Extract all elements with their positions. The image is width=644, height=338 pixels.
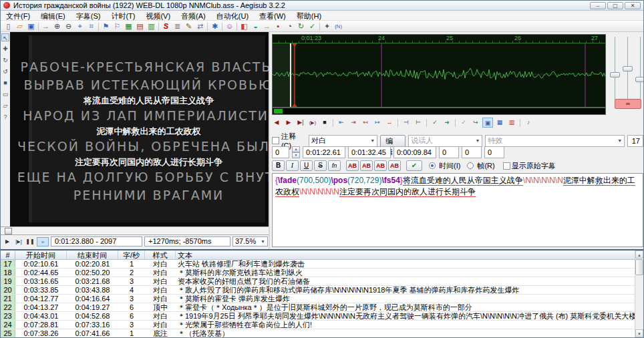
italic-button[interactable]: I [286, 160, 299, 171]
subtitle-row[interactable]: 22 0:04:13.27 0:04:19.27 6 顶中 ＊霍登卡（＊Ходы… [1, 303, 643, 312]
sort-lines-icon[interactable]: ↻ [295, 21, 307, 31]
auto-next-icon[interactable]: ↪ [470, 118, 481, 128]
horizontal-zoom-handle[interactable] [610, 72, 620, 77]
resample-resolution-icon[interactable]: ◧ [238, 21, 250, 31]
shift-start-fwd-icon[interactable]: ⇥ [348, 118, 359, 128]
timing-post-processor-icon[interactable]: → [261, 21, 273, 31]
styling-assistant-icon[interactable]: ✎ [183, 21, 194, 31]
automation-icon[interactable]: ✱ [209, 21, 220, 31]
vertical-zoom-slider[interactable] [627, 37, 628, 107]
help-icon[interactable]: ? [1, 113, 9, 121]
vertical-link-icon[interactable]: ▥ [506, 118, 517, 128]
about-icon[interactable]: ☺ [224, 21, 235, 31]
effect-select[interactable]: 特效▼ [485, 135, 625, 147]
rotate-xy-tool-icon[interactable]: ↺ [1, 67, 9, 75]
scale-tool-icon[interactable]: ■ [1, 79, 9, 87]
clip-rect-tool-icon[interactable]: ▭ [1, 90, 9, 98]
minimize-button[interactable]: – [590, 2, 606, 9]
header-text[interactable]: 文本 [176, 250, 643, 259]
vertical-zoom-handle[interactable] [623, 66, 633, 71]
properties-icon[interactable]: ≣ [172, 21, 183, 31]
auto-commit-icon[interactable]: ✓ [458, 118, 469, 128]
separator[interactable] [518, 118, 522, 128]
menu-item[interactable]: 编辑(E) [35, 11, 71, 21]
menu-item[interactable]: 自动化(U) [211, 11, 254, 21]
subtitle-row[interactable]: 17 0:02:10.61 0:02:20.81 1 对白 火车站 铁路修理厂和… [1, 260, 643, 269]
shift-end-fwd-icon[interactable]: ↦ [372, 118, 383, 128]
time-radio[interactable] [429, 162, 436, 169]
menu-item[interactable]: 查看(W) [254, 11, 291, 21]
spell-checker-icon[interactable]: S [160, 21, 172, 31]
video-autoseek-toggle[interactable]: » [37, 237, 49, 246]
snap-start-icon[interactable]: ⊣ [401, 118, 412, 128]
audio-waveform[interactable] [273, 43, 605, 107]
menu-item[interactable]: 计时(T) [106, 11, 140, 21]
subtitle-row[interactable]: 23 0:04:43.01 0:04:52.68 6 对白 ＊1919年9月25… [1, 312, 643, 321]
kanji-timer-icon[interactable]: ◒ [250, 21, 261, 31]
frame-radio[interactable] [467, 162, 474, 169]
menu-item[interactable]: 文件(F) [1, 11, 35, 21]
fonts-collector-icon[interactable]: ▥ [146, 21, 157, 31]
video-seek-bar[interactable] [1, 226, 269, 235]
audio-scrollbar[interactable] [272, 108, 606, 115]
subtitle-row[interactable]: 24 0:07:28.81 0:07:33.16 3 对白 ＊光荣属于那些牺牲在… [1, 321, 643, 329]
menu-item[interactable]: 音频(A) [176, 11, 211, 21]
select-lines-icon[interactable]: ⚐ [112, 21, 123, 31]
separator[interactable] [331, 118, 335, 128]
play-after-icon[interactable]: ▶ [283, 118, 294, 128]
snap-icon[interactable]: ▪ [273, 21, 284, 31]
actor-select[interactable]: 说话人▼ [408, 135, 482, 147]
header-start[interactable]: 开始时间 [15, 250, 67, 259]
start-time-input[interactable]: 0:01:22.61 [303, 146, 345, 158]
audio-waveform-display[interactable]: 0:01:2324252627 [272, 34, 606, 108]
grid-scrollbar-thumb[interactable] [635, 259, 643, 275]
snap-end-icon[interactable]: ⊢ [413, 118, 424, 128]
play-before-icon[interactable]: ◀ [271, 118, 282, 128]
zoom-out-icon[interactable]: ⊖ [63, 21, 74, 31]
video-zoom-select[interactable]: 37.5% ▼ [232, 236, 268, 246]
primary-color-button[interactable]: AB [346, 160, 359, 171]
video-pause-button[interactable]: ❚❚ [25, 237, 35, 246]
end-time-input[interactable]: 0:01:32.45 [348, 146, 391, 158]
strikeout-button[interactable]: S [314, 160, 327, 171]
menu-item[interactable]: 视频(V) [140, 11, 176, 21]
subtitle-row[interactable]: 18 0:02:44.65 0:02:50.20 2 对白 ＊莫斯科的库尔斯克铁… [1, 269, 643, 277]
video-seek-handle[interactable] [5, 228, 12, 234]
margin-vertical-input[interactable]: 0 [484, 146, 504, 158]
layer-spinner[interactable]: ▲▼ [292, 146, 300, 158]
menu-item[interactable]: 字幕(S) [71, 11, 106, 21]
grid-scrollbar[interactable]: ▲ ▼ [635, 250, 643, 337]
video-display[interactable]: РАБОЧЕ-КРЕСТЬЯНСКАЯ ВЛАСТЬ,ВЫРВАВ ИСТЕКА… [10, 32, 269, 226]
shift-both-icon[interactable]: ↔ [384, 118, 395, 128]
header-style[interactable]: 样式 [145, 250, 176, 259]
separator[interactable] [396, 118, 399, 128]
volume-handle[interactable] [635, 77, 644, 82]
header-number[interactable]: # [1, 250, 15, 259]
close-button[interactable]: ✕ [625, 2, 641, 9]
zoom-in-icon[interactable]: ⊕ [51, 21, 63, 31]
styles-manager-icon[interactable]: ▦ [123, 21, 134, 31]
separator[interactable] [425, 118, 428, 128]
style-select[interactable]: 对白▼ [309, 135, 377, 147]
open-file-icon[interactable]: ▱ [14, 21, 25, 31]
macro-n-icon[interactable]: (N) [333, 21, 344, 31]
audio-scrollbar-thumb[interactable] [274, 109, 283, 114]
underline-button[interactable]: U [300, 160, 313, 171]
header-cps[interactable]: 字/秒 [118, 250, 145, 259]
subtitle-row[interactable]: 25 0:07:38.26 0:07:41.66 1 底注 ＊（托洛茨基） [1, 329, 643, 338]
commit-button[interactable]: ✔ [406, 160, 422, 171]
shift-times-icon[interactable]: ⚑ [100, 21, 112, 31]
header-end[interactable]: 结束时间 [67, 250, 118, 259]
edit-style-button[interactable]: 编辑 [380, 135, 406, 147]
play-selection-icon[interactable]: (▶) [307, 118, 318, 128]
video-jump-time-icon[interactable]: ⌖ [74, 21, 86, 31]
margin-right-input[interactable]: 0 [462, 146, 482, 158]
check-updates-icon[interactable]: ✓ [307, 21, 318, 31]
link-zoom-volume-button[interactable]: ∞ [615, 99, 641, 109]
volume-slider[interactable] [640, 37, 641, 107]
subtitle-text-editor[interactable]: {\fade(700,500)\pos(720,729)\fs54}将流血受难的… [272, 173, 643, 247]
go-to-selection-icon[interactable]: ➜ [442, 118, 452, 128]
audio-jump-time-icon[interactable]: ⌗ [86, 21, 97, 31]
show-original-checkbox[interactable] [503, 162, 510, 170]
karaoke-mode-icon[interactable]: ♪ [523, 118, 534, 128]
